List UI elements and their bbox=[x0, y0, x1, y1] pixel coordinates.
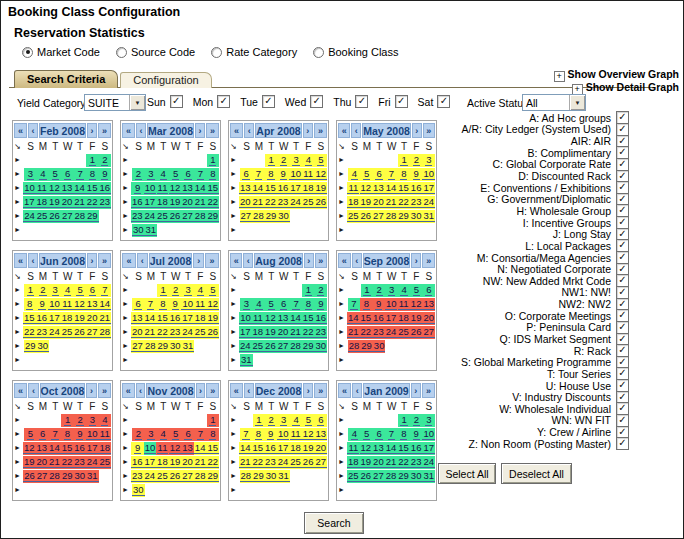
select-week-arrow-icon[interactable]: ► bbox=[338, 285, 348, 295]
calendar-day-cell[interactable]: 26 bbox=[360, 210, 373, 223]
calendar-day-cell[interactable]: 13 bbox=[239, 182, 252, 195]
calendar-day-cell[interactable]: 15 bbox=[206, 442, 219, 455]
calendar-day-cell[interactable]: 14 bbox=[347, 312, 360, 325]
calendar-day-cell[interactable]: 29 bbox=[252, 470, 265, 483]
select-week-arrow-icon[interactable]: ► bbox=[14, 429, 24, 439]
calendar-day-cell[interactable]: 30 bbox=[314, 340, 327, 353]
cal-nav-last-month-button[interactable]: » bbox=[315, 253, 327, 268]
select-week-arrow-icon[interactable]: ► bbox=[230, 285, 240, 295]
calendar-day-cell[interactable]: 31 bbox=[182, 340, 195, 353]
calendar-day-cell[interactable]: 28 bbox=[48, 470, 61, 483]
calendar-day-cell[interactable]: 16 bbox=[131, 456, 144, 469]
calendar-day-cell[interactable]: 24 bbox=[144, 210, 157, 223]
cal-nav-next-month-button[interactable]: › bbox=[303, 383, 313, 398]
calendar-day-cell[interactable]: 10 bbox=[277, 428, 290, 441]
calendar-day-cell[interactable]: 18 bbox=[289, 442, 302, 455]
calendar-day-cell[interactable]: 19 bbox=[314, 182, 327, 195]
search-button[interactable]: Search bbox=[304, 512, 364, 534]
cal-nav-next-month-button[interactable]: › bbox=[193, 253, 204, 268]
select-week-arrow-icon[interactable]: ► bbox=[122, 355, 132, 365]
select-week-arrow-icon[interactable]: ► bbox=[14, 457, 23, 467]
calendar-day-cell[interactable]: 20 bbox=[36, 456, 49, 469]
cal-nav-prev-month-button[interactable]: ‹ bbox=[28, 123, 38, 138]
calendar-day-cell[interactable]: 5 bbox=[49, 168, 61, 181]
calendar-day-cell[interactable]: 15 bbox=[264, 182, 277, 195]
calendar-day-cell[interactable]: 12 bbox=[169, 442, 182, 455]
calendar-day-cell[interactable]: 21 bbox=[194, 456, 207, 469]
calendar-day-cell[interactable]: 9 bbox=[315, 298, 327, 311]
checkbox[interactable]: ✓ bbox=[395, 95, 408, 108]
calendar-day-cell[interactable]: 15 bbox=[206, 182, 219, 195]
select-week-arrow-icon[interactable]: ► bbox=[338, 211, 347, 221]
select-week-arrow-icon[interactable]: ► bbox=[14, 485, 24, 495]
calendar-day-cell[interactable]: 9 bbox=[131, 182, 143, 195]
calendar-day-cell[interactable]: 10 bbox=[289, 168, 302, 181]
calendar-day-cell[interactable]: 26 bbox=[314, 196, 327, 209]
calendar-day-cell[interactable]: 10 bbox=[48, 298, 61, 311]
calendar-day-cell[interactable]: 9 bbox=[169, 298, 181, 311]
cal-nav-first-month-button[interactable]: « bbox=[122, 253, 136, 268]
calendar-day-cell[interactable]: 30 bbox=[132, 224, 145, 237]
calendar-day-cell[interactable]: 7 bbox=[144, 298, 156, 311]
calendar-day-cell[interactable]: 3 bbox=[49, 284, 61, 297]
cal-nav-next-month-button[interactable]: › bbox=[304, 253, 314, 268]
calendar-day-cell[interactable]: 9 bbox=[277, 168, 289, 181]
calendar-day-cell[interactable]: 8 bbox=[61, 428, 73, 441]
calendar-day-cell[interactable]: 26 bbox=[360, 470, 373, 483]
calendar-day-cell[interactable]: 14 bbox=[48, 442, 61, 455]
cal-nav-first-month-button[interactable]: « bbox=[230, 123, 243, 138]
calendar-day-cell[interactable]: 3 bbox=[240, 298, 252, 311]
calendar-day-cell[interactable]: 12 bbox=[360, 182, 373, 195]
calendar-day-cell[interactable]: 25 bbox=[156, 210, 169, 223]
active-status-select[interactable]: All ▼ bbox=[522, 94, 586, 111]
calendar-day-cell[interactable]: 25 bbox=[194, 326, 207, 339]
select-all-days-icon[interactable]: ↘ bbox=[230, 272, 240, 281]
calendar-day-cell[interactable]: 13 bbox=[372, 442, 385, 455]
calendar-day-cell[interactable]: 16 bbox=[36, 312, 49, 325]
calendar-day-cell[interactable]: 24 bbox=[239, 340, 252, 353]
calendar-day-cell[interactable]: 28 bbox=[144, 340, 157, 353]
calendar-day-cell[interactable]: 26 bbox=[206, 326, 219, 339]
calendar-day-cell[interactable]: 22 bbox=[206, 196, 219, 209]
calendar-day-cell[interactable]: 28 bbox=[348, 340, 361, 353]
select-week-arrow-icon[interactable]: ► bbox=[230, 299, 240, 309]
calendar-day-cell[interactable]: 28 bbox=[252, 210, 265, 223]
calendar-day-cell[interactable]: 13 bbox=[372, 182, 385, 195]
select-week-arrow-icon[interactable]: ► bbox=[338, 341, 348, 351]
calendar-day-cell[interactable]: 6 bbox=[240, 168, 252, 181]
calendar-day-cell[interactable]: 16 bbox=[98, 182, 111, 195]
calendar-day-cell[interactable]: 21 bbox=[289, 326, 302, 339]
select-week-arrow-icon[interactable]: ► bbox=[14, 415, 24, 425]
calendar-day-cell[interactable]: 11 bbox=[156, 442, 168, 455]
calendar-day-cell[interactable]: 18 bbox=[347, 196, 360, 209]
calendar-day-cell[interactable]: 7 bbox=[290, 298, 302, 311]
calendar-day-cell[interactable]: 13 bbox=[277, 312, 290, 325]
select-week-arrow-icon[interactable]: ► bbox=[338, 313, 347, 323]
calendar-day-cell[interactable]: 20 bbox=[372, 456, 385, 469]
calendar-day-cell[interactable]: 12 bbox=[264, 312, 277, 325]
select-week-arrow-icon[interactable]: ► bbox=[338, 485, 348, 495]
select-week-arrow-icon[interactable]: ► bbox=[230, 155, 240, 165]
select-all-days-icon[interactable]: ↘ bbox=[122, 272, 132, 281]
calendar-day-cell[interactable]: 29 bbox=[360, 340, 373, 353]
calendar-day-cell[interactable]: 5 bbox=[360, 428, 372, 441]
select-week-arrow-icon[interactable]: ► bbox=[14, 299, 24, 309]
calendar-day-cell[interactable]: 28 bbox=[385, 210, 398, 223]
calendar-day-cell[interactable]: 16 bbox=[264, 442, 277, 455]
dropdown-arrow-icon[interactable]: ▼ bbox=[569, 95, 585, 110]
calendar-day-cell[interactable]: 22 bbox=[264, 196, 277, 209]
cal-nav-prev-month-button[interactable]: ‹ bbox=[137, 253, 148, 268]
calendar-day-cell[interactable]: 27 bbox=[240, 210, 253, 223]
calendar-day-cell[interactable]: 30 bbox=[73, 470, 86, 483]
calendar-day-cell[interactable]: 25 bbox=[289, 456, 302, 469]
select-all-days-icon[interactable]: ↘ bbox=[14, 142, 24, 151]
select-week-arrow-icon[interactable]: ► bbox=[230, 415, 240, 425]
calendar-day-cell[interactable]: 20 bbox=[181, 196, 194, 209]
calendar-day-cell[interactable]: 22 bbox=[252, 456, 265, 469]
select-week-arrow-icon[interactable]: ► bbox=[230, 355, 240, 365]
calendar-day-cell[interactable]: 19 bbox=[302, 442, 315, 455]
calendar-day-cell[interactable]: 13 bbox=[61, 182, 74, 195]
calendar-day-cell[interactable]: 15 bbox=[23, 312, 36, 325]
calendar-day-cell[interactable]: 1 bbox=[265, 154, 277, 167]
calendar-day-cell[interactable]: 18 bbox=[194, 312, 207, 325]
